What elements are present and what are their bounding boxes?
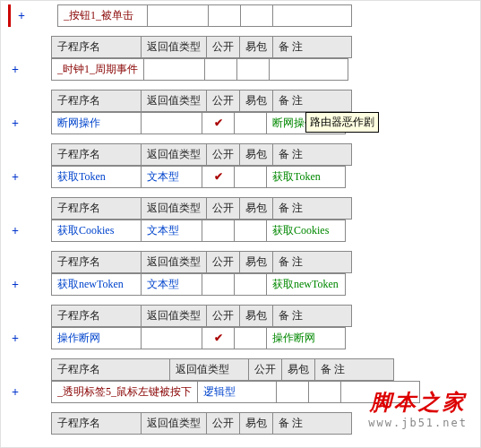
expand-icon[interactable]: +	[4, 327, 26, 349]
col-return-type: 返回值类型	[142, 413, 207, 435]
cell-package[interactable]	[235, 167, 267, 188]
cell-package[interactable]	[241, 5, 273, 27]
cell-return-type[interactable]	[148, 5, 209, 27]
cell-public[interactable]	[205, 59, 237, 81]
cell-remark[interactable]: 获取Token	[267, 167, 346, 188]
expand-icon[interactable]: +	[4, 273, 26, 296]
sub-data-table: 断网操作 ✔ 断网操作	[51, 112, 346, 134]
watermark-title: 脚本之家	[368, 388, 468, 417]
col-sub-name: 子程序名	[52, 359, 170, 381]
col-return-type: 返回值类型	[142, 37, 207, 58]
col-remark: 备 注	[273, 413, 352, 435]
spacer	[4, 90, 26, 112]
col-package: 易包	[240, 144, 273, 166]
col-return-type: 返回值类型	[142, 144, 207, 166]
expand-icon[interactable]: +	[4, 166, 26, 188]
col-package: 易包	[240, 198, 273, 220]
cell-public[interactable]: ✔	[202, 328, 235, 349]
col-public: 公开	[207, 90, 240, 112]
col-sub-name: 子程序名	[52, 252, 142, 273]
col-remark: 备 注	[273, 252, 352, 273]
col-sub-name: 子程序名	[52, 90, 142, 112]
sub-data-table: 获取Cookies 文本型 获取Cookies	[51, 220, 346, 242]
col-public: 公开	[207, 413, 240, 435]
cell-remark[interactable]: 操作断网	[267, 328, 346, 349]
sub-header-table: 子程序名 返回值类型 公开 易包 备 注	[51, 358, 394, 381]
col-return-type: 返回值类型	[170, 359, 249, 381]
col-sub-name: 子程序名	[52, 198, 142, 220]
watermark-url: www.jb51.net	[368, 417, 468, 429]
sub-data-table: 获取newToken 文本型 获取newToken	[51, 273, 346, 296]
sub-data-table: _时钟1_周期事件	[51, 58, 348, 81]
col-package: 易包	[240, 252, 273, 273]
cell-package[interactable]	[237, 59, 270, 81]
col-return-type: 返回值类型	[142, 252, 207, 273]
cell-remark[interactable]	[270, 59, 348, 81]
cell-return-type[interactable]	[142, 113, 202, 134]
cell-public[interactable]	[209, 5, 241, 27]
cell-public[interactable]	[202, 220, 235, 242]
cell-remark[interactable]: 获取newToken	[267, 274, 346, 296]
cell-package[interactable]	[235, 328, 267, 349]
col-package: 易包	[240, 37, 273, 58]
spacer	[4, 358, 26, 381]
cell-package[interactable]	[235, 220, 267, 242]
col-remark: 备 注	[273, 144, 352, 166]
col-remark: 备 注	[273, 198, 352, 220]
col-return-type: 返回值类型	[142, 306, 207, 327]
cell-sub-name[interactable]: _时钟1_周期事件	[52, 59, 144, 81]
cell-sub-name[interactable]: 获取Cookies	[52, 220, 142, 242]
col-package: 易包	[240, 413, 273, 435]
spacer	[4, 36, 26, 58]
sub-data-table: 获取Token 文本型 ✔ 获取Token	[51, 166, 346, 188]
sub-data-table: _透明标签5_鼠标左键被按下 逻辑型	[51, 381, 420, 403]
cell-public[interactable]: ✔	[202, 167, 235, 188]
spacer	[4, 143, 26, 166]
expand-icon[interactable]: +	[11, 4, 32, 27]
cell-return-type[interactable]	[142, 328, 202, 349]
expand-icon[interactable]: +	[4, 58, 26, 81]
cell-sub-name[interactable]: 断网操作	[52, 113, 142, 134]
col-package: 易包	[282, 359, 315, 381]
col-sub-name: 子程序名	[52, 306, 142, 327]
cell-sub-name[interactable]: 操作断网	[52, 328, 142, 349]
cell-return-type[interactable]: 文本型	[142, 274, 202, 296]
cell-sub-name[interactable]: _按钮1_被单击	[58, 5, 148, 27]
col-remark: 备 注	[273, 37, 352, 58]
cell-public[interactable]	[202, 274, 235, 296]
sub-header-table: 子程序名 返回值类型 公开 易包 备 注	[51, 90, 352, 112]
cell-remark[interactable]: 获取Cookies	[267, 220, 346, 242]
expand-icon[interactable]: +	[4, 112, 26, 134]
expand-icon[interactable]: +	[4, 220, 26, 242]
sub-header-table: 子程序名 返回值类型 公开 易包 备 注	[51, 197, 352, 220]
spacer	[4, 251, 26, 273]
col-sub-name: 子程序名	[52, 413, 142, 435]
col-public: 公开	[207, 252, 240, 273]
sub-header-table: 子程序名 返回值类型 公开 易包 备 注	[51, 36, 352, 58]
tooltip: 路由器恶作剧	[305, 112, 379, 133]
col-return-type: 返回值类型	[142, 198, 207, 220]
cell-sub-name[interactable]: 获取newToken	[52, 274, 142, 296]
sub-header-table: 子程序名 返回值类型 公开 易包 备 注	[51, 305, 352, 327]
cell-public[interactable]: ✔	[202, 113, 235, 134]
cell-package[interactable]	[309, 382, 341, 403]
cell-remark[interactable]	[273, 5, 352, 27]
cell-sub-name[interactable]: _透明标签5_鼠标左键被按下	[52, 382, 198, 403]
cell-package[interactable]	[235, 274, 267, 296]
col-sub-name: 子程序名	[52, 37, 142, 58]
col-public: 公开	[249, 359, 282, 381]
sub-header-table: 子程序名 返回值类型 公开 易包 备 注	[51, 143, 352, 166]
cell-return-type[interactable]: 逻辑型	[198, 382, 277, 403]
cell-return-type[interactable]: 文本型	[142, 220, 202, 242]
cell-sub-name[interactable]: 获取Token	[52, 167, 142, 188]
col-remark: 备 注	[273, 90, 352, 112]
cell-return-type[interactable]: 文本型	[142, 167, 202, 188]
col-public: 公开	[207, 144, 240, 166]
watermark: 脚本之家 www.jb51.net	[368, 388, 468, 429]
sub-data-table: 操作断网 ✔ 操作断网	[51, 327, 346, 349]
cell-public[interactable]	[277, 382, 309, 403]
cell-package[interactable]	[235, 113, 267, 134]
expand-icon[interactable]: +	[4, 381, 26, 403]
cell-return-type[interactable]	[144, 59, 205, 81]
sub-table: _按钮1_被单击	[57, 4, 352, 27]
